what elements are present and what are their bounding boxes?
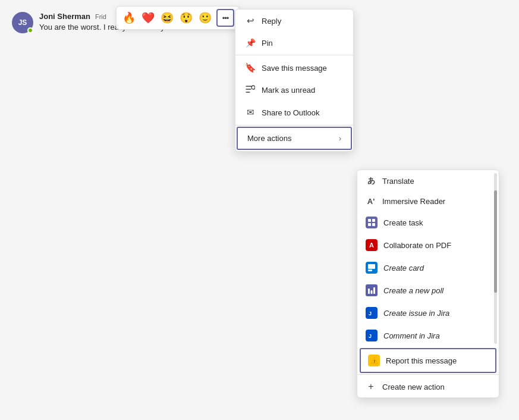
acrobat-icon: A (366, 239, 378, 251)
planner-icon (366, 217, 378, 228)
pin-icon: 📌 (245, 38, 256, 48)
svg-rect-6 (368, 269, 372, 271)
menu-item-save[interactable]: 🔖 Save this message (235, 57, 353, 79)
reaction-bar: 🔥 ❤️ 😆 😲 🙂 ••• (116, 6, 240, 30)
svg-rect-8 (371, 290, 373, 294)
share-outlook-icon: ✉ (245, 107, 256, 118)
emoji-heart[interactable]: ❤️ (140, 11, 156, 24)
svg-point-0 (251, 86, 255, 89)
emoji-wow[interactable]: 😲 (178, 11, 194, 24)
svg-text:J: J (369, 333, 372, 339)
menu-item-create-task[interactable]: Create task (357, 211, 499, 234)
svg-rect-3 (368, 223, 371, 226)
emoji-smiley[interactable]: 🙂 (197, 11, 213, 24)
svg-text:!: ! (373, 359, 375, 363)
message-time: Frid (95, 13, 106, 20)
menu-separator (235, 55, 353, 55)
svg-rect-9 (373, 287, 375, 294)
more-reactions-button[interactable]: ••• (216, 9, 234, 27)
menu-item-comment-jira[interactable]: J Comment in Jira (357, 324, 499, 347)
svg-rect-2 (372, 219, 375, 222)
unread-icon (245, 85, 256, 95)
menu-item-create-new-action[interactable]: + Create new action (357, 376, 499, 397)
bookmark-icon: 🔖 (245, 62, 256, 73)
report-icon: ! (368, 355, 380, 366)
emoji-laugh[interactable]: 😆 (159, 11, 175, 24)
menu-item-create-card[interactable]: Create card (357, 256, 499, 279)
poll-icon (366, 284, 378, 296)
menu-item-report-message[interactable]: ! Report this message (360, 348, 496, 373)
scrollbar-thumb[interactable] (494, 190, 497, 293)
reply-icon: ↩ (245, 15, 256, 26)
svg-rect-4 (372, 223, 375, 226)
jira2-icon: J (366, 330, 378, 341)
svg-rect-5 (368, 264, 375, 269)
emoji-fire[interactable]: 🔥 (121, 11, 137, 24)
svg-rect-7 (368, 289, 370, 294)
menu-item-pin[interactable]: 📌 Pin (235, 32, 353, 54)
plus-icon: + (366, 381, 376, 392)
immersive-reader-icon: A' (366, 197, 376, 206)
card-icon (366, 262, 378, 274)
menu-item-share-outlook[interactable]: ✉ Share to Outlook (235, 101, 353, 124)
scrollbar-track (494, 173, 497, 344)
jira-icon: J (366, 307, 378, 319)
translate-icon: あ (366, 175, 376, 186)
context-menu-primary: ↩ Reply 📌 Pin 🔖 Save this message Mark a… (235, 9, 354, 152)
context-menu-secondary: あ Translate A' Immersive Reader Create t… (357, 170, 499, 398)
online-indicator (27, 27, 33, 33)
menu-separator-3 (357, 374, 499, 375)
message-author: Joni Sherman (39, 12, 90, 21)
menu-item-reply[interactable]: ↩ Reply (235, 10, 353, 32)
menu-item-translate[interactable]: あ Translate (357, 170, 499, 192)
menu-item-mark-unread[interactable]: Mark as unread (235, 79, 353, 101)
menu-separator-2 (235, 125, 353, 126)
menu-item-immersive-reader[interactable]: A' Immersive Reader (357, 192, 499, 211)
menu-item-more-actions[interactable]: More actions › (237, 127, 352, 150)
svg-text:J: J (369, 311, 372, 316)
menu-item-create-poll[interactable]: Create a new poll (357, 279, 499, 302)
chevron-right-icon: › (339, 134, 341, 143)
chat-area: JS Joni Sherman Frid You are the worst. … (0, 0, 519, 420)
menu-item-create-jira[interactable]: J Create issue in Jira (357, 302, 499, 324)
avatar: JS (12, 12, 33, 33)
svg-rect-1 (368, 219, 371, 222)
menu-item-collaborate-pdf[interactable]: A Collaborate on PDF (357, 234, 499, 256)
